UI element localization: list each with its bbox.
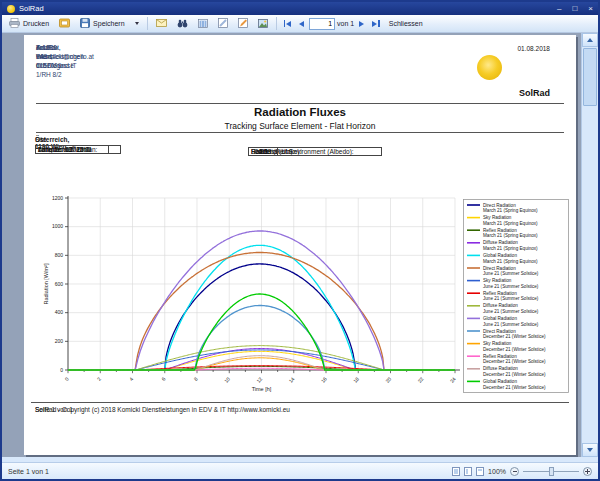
zoom-out-icon	[513, 471, 517, 472]
find-button[interactable]	[173, 16, 192, 31]
row-value: 0.2	[248, 147, 278, 156]
edit-icon	[238, 18, 248, 29]
watermark-button[interactable]	[214, 16, 232, 31]
app-logo-icon	[7, 5, 15, 13]
report-page: Komicki, Dienstleistungen in EDV und ITA…	[24, 35, 576, 455]
save-button[interactable]: Speichern	[76, 16, 129, 31]
divider	[36, 103, 564, 104]
app-window: SolRad – □ × Drucken Speichern	[0, 0, 600, 481]
svg-text:18: 18	[352, 376, 360, 384]
close-window-button[interactable]: ×	[588, 5, 593, 13]
columns-button[interactable]	[194, 16, 212, 31]
svg-text:0: 0	[63, 376, 70, 382]
next-page-button[interactable]	[356, 16, 367, 31]
svg-text:8: 8	[192, 376, 199, 382]
save-options-dropdown[interactable]	[131, 16, 143, 31]
legend-series-day: December 21 (Winter Solstice)	[483, 372, 546, 377]
status-bar: Seite 1 von 1 100%	[2, 457, 598, 479]
legend-series-name: Reflex Radiation	[483, 354, 517, 359]
zoom-in-button[interactable]	[583, 467, 592, 476]
scrollbar-thumb[interactable]	[583, 48, 597, 106]
arrow-down-icon	[587, 448, 593, 452]
svg-text:16: 16	[320, 376, 328, 384]
svg-text:4: 4	[128, 376, 135, 382]
status-page-label: Seite 1 von 1	[8, 468, 49, 475]
footer-page-number: Seite 1 von 1	[35, 406, 73, 413]
radiation-chart: 0200400600800100012000246810121416182022…	[24, 191, 576, 399]
legend-series-day: June 21 (Summer Solstice)	[483, 309, 539, 314]
report-date: 01.08.2018	[517, 45, 550, 52]
title-bar: SolRad – □ ×	[2, 2, 598, 15]
legend-series-name: Direct Radiation	[483, 203, 516, 208]
report-title: Radiation Fluxes	[24, 106, 576, 118]
legend-series-name: Sky Radiation	[483, 341, 512, 346]
legend-series-name: Sky Radiation	[483, 278, 512, 283]
legend-series-day: December 21 (Winter Solstice)	[483, 347, 546, 352]
zoom-slider-thumb[interactable]	[549, 467, 554, 476]
svg-text:14: 14	[287, 376, 295, 384]
svg-text:10: 10	[223, 376, 231, 384]
first-page-button[interactable]	[281, 16, 295, 31]
zoom-in-icon	[585, 469, 590, 474]
columns-icon	[198, 19, 208, 29]
zoom-controls: 100%	[452, 467, 592, 476]
last-page-button[interactable]	[369, 16, 383, 31]
view-page-width-icon[interactable]	[476, 467, 484, 476]
svg-text:800: 800	[55, 252, 64, 258]
page-number-input[interactable]	[309, 18, 335, 30]
legend-series-name: Diffuse Radiation	[483, 240, 518, 245]
toolbar-separator	[147, 17, 148, 30]
company-line: email: mkomicki@chello.at	[36, 43, 94, 61]
toolbar: Drucken Speichern v	[2, 15, 598, 33]
page-total-label: von 1	[337, 20, 354, 27]
svg-text:1200: 1200	[52, 195, 63, 201]
svg-text:400: 400	[55, 309, 64, 315]
footer-copyright: SolRad - Copyright (c) 2018 Komicki Dien…	[35, 406, 290, 413]
watermark-icon	[218, 18, 228, 29]
scroll-up-button[interactable]	[582, 33, 598, 47]
legend-series-day: December 21 (Winter Solstice)	[483, 359, 546, 364]
first-page-icon	[284, 20, 286, 27]
svg-text:22: 22	[416, 376, 424, 384]
legend-series-name: Sky Radiation	[483, 215, 512, 220]
print-label: Drucken	[23, 20, 49, 27]
minimize-button[interactable]: –	[557, 5, 561, 13]
view-facing-pages-icon[interactable]	[464, 467, 472, 476]
next-page-icon	[359, 21, 364, 27]
zoom-slider[interactable]	[523, 471, 579, 472]
divider	[31, 402, 569, 403]
view-single-page-icon[interactable]	[452, 467, 460, 476]
svg-text:6: 6	[160, 376, 167, 382]
chart-svg: 0200400600800100012000246810121416182022…	[24, 191, 576, 399]
vertical-scrollbar[interactable]	[581, 33, 598, 457]
divider	[36, 132, 564, 133]
svg-text:2: 2	[96, 376, 103, 382]
status-row: Seite 1 von 1 100%	[2, 463, 598, 479]
edit-button[interactable]	[234, 16, 252, 31]
print-button[interactable]: Drucken	[5, 16, 53, 31]
legend-series-day: December 21 (Winter Solstice)	[483, 385, 546, 390]
legend-series-name: Direct Radiation	[483, 266, 516, 271]
close-preview-label: Schliessen	[389, 20, 423, 27]
scroll-down-button[interactable]	[582, 443, 598, 457]
mail-button[interactable]	[152, 16, 171, 31]
background-button[interactable]	[254, 16, 272, 31]
row-value: 15° 0' O	[35, 145, 121, 154]
legend-series-name: Diffuse Radiation	[483, 303, 518, 308]
legend-series-name: Global Radiation	[483, 253, 517, 258]
page-setup-button[interactable]	[55, 16, 74, 31]
svg-text:12: 12	[255, 376, 263, 384]
svg-text:24: 24	[449, 376, 457, 384]
zoom-out-button[interactable]	[510, 467, 519, 476]
legend-series-name: Direct Radiation	[483, 329, 516, 334]
close-preview-button[interactable]: Schliessen	[385, 16, 427, 31]
svg-text:1000: 1000	[52, 223, 63, 229]
background-icon	[258, 19, 268, 29]
legend-series-name: Global Radiation	[483, 316, 517, 321]
save-label: Speichern	[93, 20, 125, 27]
legend-series-day: June 21 (Summer Solstice)	[483, 322, 539, 327]
find-icon	[177, 19, 188, 29]
maximize-button[interactable]: □	[572, 5, 577, 13]
last-page-icon	[372, 21, 377, 27]
prev-page-button[interactable]	[296, 16, 307, 31]
